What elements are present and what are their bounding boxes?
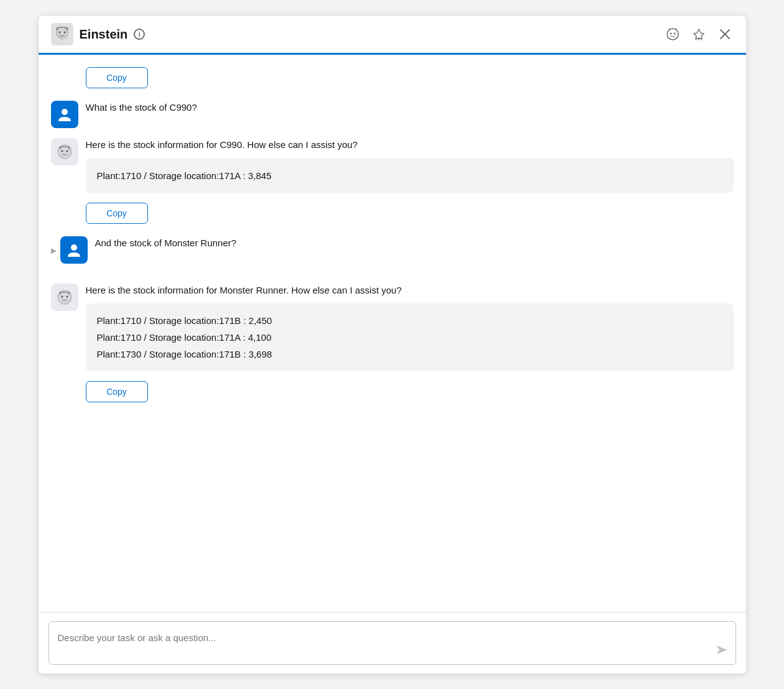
messages-area: Copy What is the stock of C990? — [39, 55, 746, 612]
user-message-text-2: And the stock of Monster Runner? — [95, 236, 734, 251]
copy-row-2: Copy — [51, 203, 734, 224]
einstein-avatar-2 — [51, 284, 78, 311]
svg-point-22 — [66, 295, 68, 297]
input-wrapper — [48, 621, 736, 665]
copy-row-1: Copy — [51, 67, 734, 88]
user-message-text-1: What is the stock of C990? — [86, 101, 734, 115]
close-icon[interactable] — [716, 25, 734, 43]
bot-message-content-1: Here is the stock information for C990. … — [86, 138, 734, 193]
bot-message-content-2: Here is the stock information for Monste… — [86, 284, 734, 372]
arrow-indicator: ▶ — [51, 246, 57, 255]
bot-message-2: Here is the stock information for Monste… — [51, 284, 734, 372]
ghost-icon[interactable] — [664, 25, 681, 43]
copy-button-3[interactable]: Copy — [86, 381, 148, 402]
data-box-2: Plant:1710 / Storage location:171B : 2,4… — [86, 303, 734, 371]
copy-button-2[interactable]: Copy — [86, 203, 148, 224]
info-icon[interactable]: i — [134, 29, 145, 40]
bot-message-1: Here is the stock information for C990. … — [51, 138, 734, 193]
data-line-2: Plant:1710 / Storage location:171A : 4,1… — [97, 329, 722, 346]
user-avatar-1 — [51, 101, 78, 128]
svg-point-7 — [673, 33, 675, 35]
send-button[interactable] — [714, 643, 728, 657]
user-message-2-row: ▶ And the stock of Monster Runner? — [51, 236, 734, 264]
user-avatar-2 — [60, 236, 88, 264]
chat-header: Einstein i — [39, 16, 746, 55]
pin-icon[interactable] — [690, 25, 708, 43]
svg-point-6 — [670, 33, 671, 35]
data-line-3: Plant:1730 / Storage location:171B : 3,6… — [97, 346, 722, 363]
copy-row-3: Copy — [51, 381, 734, 402]
einstein-avatar-1 — [51, 138, 78, 165]
data-line-1: Plant:1710 / Storage location:171B : 2,4… — [97, 312, 722, 329]
svg-point-3 — [58, 32, 60, 34]
header-title: Einstein — [80, 27, 128, 42]
svg-point-4 — [63, 32, 65, 34]
header-left: Einstein i — [51, 23, 145, 45]
user-message-content-1: What is the stock of C990? — [86, 101, 734, 115]
user-message-content-2: And the stock of Monster Runner? — [95, 236, 734, 251]
bot-message-text-1: Here is the stock information for C990. … — [86, 138, 734, 152]
data-box-1: Plant:1710 / Storage location:171A : 3,8… — [86, 159, 734, 193]
user-message-1: What is the stock of C990? — [51, 101, 734, 128]
svg-point-13 — [62, 109, 68, 115]
svg-point-18 — [71, 244, 77, 251]
copy-button-1[interactable]: Copy — [86, 67, 148, 88]
input-area — [39, 612, 746, 673]
chat-input[interactable] — [58, 632, 708, 654]
svg-point-17 — [66, 150, 68, 152]
chat-window: Einstein i — [38, 15, 747, 674]
svg-point-16 — [61, 150, 63, 152]
einstein-avatar-icon — [51, 23, 73, 45]
svg-point-21 — [61, 295, 63, 297]
user-message-2: And the stock of Monster Runner? — [60, 236, 734, 264]
header-right — [664, 25, 734, 43]
bot-message-text-2: Here is the stock information for Monste… — [86, 284, 734, 298]
svg-point-5 — [667, 29, 678, 40]
